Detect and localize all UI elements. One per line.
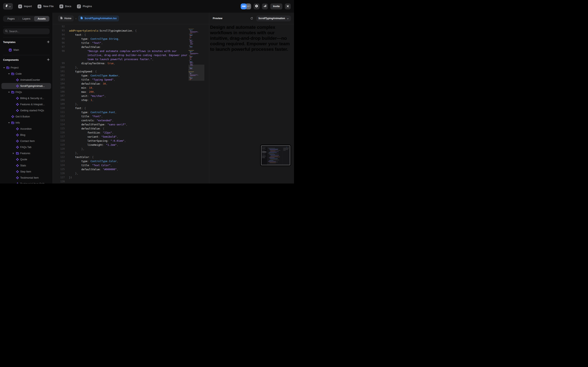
caret-down-icon[interactable]: [8, 92, 10, 93]
invite-button[interactable]: Invite: [270, 3, 282, 9]
tree-item-get-it-button[interactable]: Get It Button: [1, 114, 51, 120]
topbar-docs-button[interactable]: Docs: [60, 4, 71, 8]
code-line[interactable]: 106 max: 200,: [53, 90, 209, 94]
line-number: 107: [53, 94, 65, 97]
code-line[interactable]: 118 letterSpacing: "-0.01em",: [53, 139, 209, 143]
tree-item-info[interactable]: Info: [1, 120, 51, 126]
code-line[interactable]: 121 },: [53, 151, 209, 155]
code-line[interactable]: 100 },: [53, 65, 209, 69]
code-line[interactable]: 109 },: [53, 102, 209, 106]
code-line[interactable]: 115 defaultValue: {: [53, 126, 209, 131]
tree-item-features-integrati[interactable]: Features & Integrati...: [1, 101, 51, 108]
code-line[interactable]: team to launch powerful processes faster…: [53, 57, 209, 61]
code-line[interactable]: 112 title: "Font",: [53, 114, 209, 118]
caret-right-icon[interactable]: [13, 152, 14, 154]
app-thumbnail-window[interactable]: [260, 145, 291, 166]
code-line[interactable]: 124 title: "Text Color",: [53, 163, 209, 167]
code-line[interactable]: 95 type: ControlType.String,: [53, 37, 209, 41]
close-button[interactable]: [285, 3, 291, 9]
line-number: 117: [53, 135, 65, 138]
tree-item-accordion[interactable]: Accordion: [1, 126, 51, 132]
code-text: type: ControlType.Number,: [65, 74, 120, 77]
tree-item-stats[interactable]: Stats: [1, 162, 51, 169]
code-line[interactable]: 123 type: ControlType.Color,: [53, 159, 209, 163]
code-line[interactable]: intuitive, drag-and-drop builder—no codi…: [53, 53, 209, 57]
preview-component-select[interactable]: ScrollTypingAnimation: [256, 16, 291, 21]
code-line[interactable]: 110 font: {: [53, 106, 209, 110]
tree-item-billing-security-st[interactable]: Billing & Security st...: [1, 95, 51, 101]
tree-item-testimonial-item[interactable]: Testimonial Item: [1, 175, 51, 181]
code-text: unit: "ms/char",: [65, 94, 106, 98]
line-number: 94: [53, 33, 65, 36]
add-component-button[interactable]: [47, 58, 50, 62]
analytics-button[interactable]: [262, 3, 268, 9]
code-area[interactable]: 9293addPropertyControls(ScrollTypingAnim…: [53, 25, 209, 184]
refresh-button[interactable]: [250, 16, 254, 21]
code-text: team to launch powerful processes faster…: [65, 58, 154, 61]
caret-down-icon[interactable]: [8, 122, 10, 123]
caret-down-icon[interactable]: [3, 67, 5, 68]
avatar[interactable]: NM: [241, 3, 247, 9]
code-line[interactable]: 111 type: ControlType.Font,: [53, 110, 209, 114]
code-line[interactable]: 105 min: 10,: [53, 86, 209, 90]
framer-logo-button[interactable]: [3, 3, 13, 9]
code-line[interactable]: 125 defaultValue: "#000000",: [53, 167, 209, 171]
tree-item-faqs-tab[interactable]: FAQs Tab: [1, 144, 51, 150]
tree-item-blog[interactable]: Blog: [1, 132, 51, 138]
code-line[interactable]: 127}): [53, 175, 209, 179]
code-line[interactable]: 98 "Design and automate complex workflow…: [53, 49, 209, 53]
code-line[interactable]: 120 },: [53, 147, 209, 151]
code-line[interactable]: 101 typingSpeed: {: [53, 69, 209, 73]
topbar-import-button[interactable]: Import: [18, 4, 32, 8]
code-line[interactable]: 108 step: 1,: [53, 98, 209, 102]
code-line[interactable]: 104 defaultValue: 30,: [53, 82, 209, 86]
caret-down-icon[interactable]: [8, 73, 10, 75]
tree-item-testimonial-item-split[interactable]: Testimonial Item Split: [1, 181, 51, 184]
code-line[interactable]: 114 defaultFontType: "sans-serif",: [53, 122, 209, 126]
tree-item-getting-started-faqs[interactable]: Getting started FAQs: [1, 108, 51, 114]
breadcrumb-home[interactable]: Home: [58, 16, 74, 21]
topbar-plugins-button[interactable]: Plugins: [77, 4, 92, 8]
add-template-button[interactable]: [47, 40, 50, 44]
tab-layers[interactable]: Layers: [19, 16, 34, 21]
tree-item-animatedcounter[interactable]: AnimatedCounter: [1, 77, 51, 83]
code-line[interactable]: 96 title: "Text",: [53, 41, 209, 45]
tree-item-label: FAQs Tab: [20, 146, 31, 149]
tree-item-code[interactable]: Code: [1, 71, 51, 77]
tree-item-faqs[interactable]: FAQs: [1, 89, 51, 95]
code-line[interactable]: 99 displayTextArea: true,: [53, 61, 209, 65]
tab-assets[interactable]: Assets: [34, 16, 49, 21]
code-line[interactable]: 117 variant: "Semibold",: [53, 134, 209, 139]
code-line[interactable]: 107 unit: "ms/char",: [53, 94, 209, 98]
code-line[interactable]: 128: [53, 179, 209, 184]
line-number: 99: [53, 62, 65, 65]
hexagon-button[interactable]: [254, 3, 259, 9]
code-line[interactable]: 126 },: [53, 171, 209, 175]
code-line[interactable]: 122 textColor: {: [53, 155, 209, 159]
search-icon: [5, 30, 8, 33]
search-input[interactable]: [9, 30, 48, 33]
line-number: 123: [53, 160, 65, 162]
code-line[interactable]: 92: [53, 25, 209, 29]
tab-pages[interactable]: Pages: [3, 16, 18, 21]
minimap[interactable]: [189, 28, 204, 81]
breadcrumb-file-tab[interactable]: ScrollTypingAnimation.tsx: [78, 16, 119, 21]
code-line[interactable]: 103 title: "Typing Speed",: [53, 77, 209, 82]
tree-item-quote[interactable]: Quote: [1, 156, 51, 162]
component-icon: [16, 183, 19, 184]
code-line[interactable]: 97 defaultValue:: [53, 45, 209, 49]
code-line[interactable]: 102 type: ControlType.Number,: [53, 73, 209, 77]
tree-item-step-item[interactable]: Step Item: [1, 169, 51, 175]
tree-item-project[interactable]: Project: [1, 65, 51, 71]
tree-item-features[interactable]: Features: [1, 150, 51, 156]
code-line[interactable]: 93addPropertyControls(ScrollTypingAnimat…: [53, 29, 209, 33]
topbar-new-file-button[interactable]: New File: [38, 4, 54, 8]
code-line[interactable]: 94 text: {: [53, 33, 209, 37]
code-text: addPropertyControls(ScrollTypingAnimatio…: [65, 29, 137, 32]
tree-item-contact-item[interactable]: Contact Item: [1, 138, 51, 144]
code-line[interactable]: 113 controls: "extended",: [53, 118, 209, 122]
code-line[interactable]: 116 fontSize: "22px",: [53, 131, 209, 134]
tree-item-scrolltypinganimati[interactable]: ScrollTypingAnimati...: [1, 83, 51, 89]
code-line[interactable]: 119 lineHeight: "1.2em",: [53, 143, 209, 147]
template-item-main[interactable]: Main: [1, 47, 51, 53]
